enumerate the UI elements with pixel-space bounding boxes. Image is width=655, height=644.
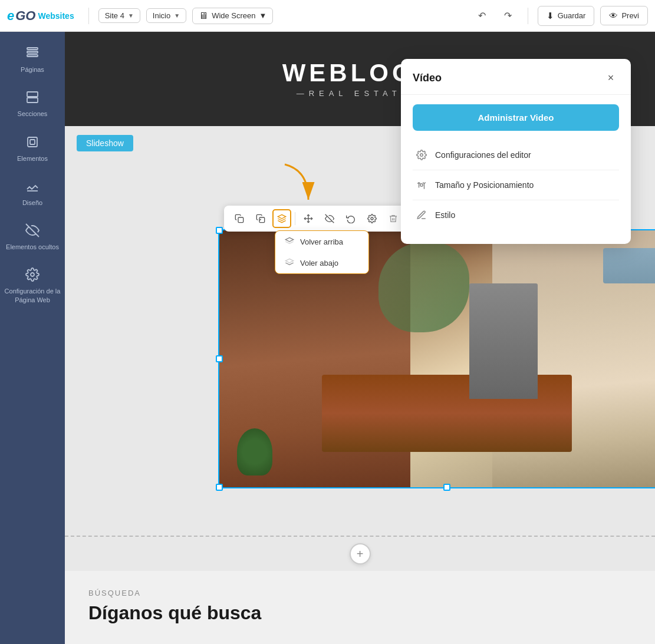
sidebar-item-secciones[interactable]: Secciones bbox=[0, 82, 65, 126]
hidden-elements-icon bbox=[25, 223, 40, 239]
sidebar-item-configuracion[interactable]: Configuración de la Página Web bbox=[0, 259, 65, 312]
resize-icon bbox=[415, 179, 428, 191]
volver-arriba-item[interactable]: Volver arriba bbox=[275, 231, 368, 252]
sidebar-label-elementos: Elementos bbox=[17, 154, 48, 163]
svg-rect-4 bbox=[27, 98, 38, 103]
chair-element bbox=[469, 283, 538, 399]
hide-button[interactable] bbox=[320, 209, 339, 228]
redo-element-button[interactable] bbox=[341, 209, 360, 228]
search-section: BÚSQUEDA Díganos qué busca bbox=[65, 571, 655, 644]
pages-icon bbox=[25, 46, 40, 62]
move-button[interactable] bbox=[299, 209, 318, 228]
panel-menu-configuraciones[interactable]: Configuraciones del editor bbox=[413, 140, 619, 170]
handle-top-left[interactable] bbox=[216, 227, 223, 234]
room-pool bbox=[603, 248, 655, 283]
handle-bottom-left[interactable] bbox=[216, 484, 223, 491]
site-select-label: Site 4 bbox=[105, 11, 124, 20]
page-select-chevron: ▼ bbox=[174, 12, 180, 19]
elements-icon bbox=[25, 135, 40, 151]
svg-rect-5 bbox=[28, 137, 37, 147]
svg-rect-6 bbox=[30, 140, 35, 144]
download-icon: ⬇ bbox=[547, 11, 554, 21]
copy-style-button[interactable] bbox=[251, 209, 270, 228]
voler-abajo-label: Voler abajo bbox=[300, 259, 338, 267]
copy-button[interactable] bbox=[230, 209, 249, 228]
video-panel-body: Administrar Video Configuraciones del ed… bbox=[401, 95, 631, 244]
sidebar-item-elementos[interactable]: Elementos bbox=[0, 127, 65, 171]
video-panel-close-button[interactable]: × bbox=[603, 70, 619, 86]
layers-button[interactable] bbox=[272, 209, 291, 228]
sidebar-label-configuracion: Configuración de la Página Web bbox=[0, 287, 65, 304]
svg-rect-2 bbox=[27, 55, 38, 57]
sidebar-item-paginas[interactable]: Páginas bbox=[0, 38, 65, 82]
topbar-divider-2 bbox=[528, 8, 528, 24]
video-panel: Vídeo × Administrar Video Configuracione… bbox=[401, 59, 631, 244]
gear-icon bbox=[415, 148, 428, 161]
svg-rect-3 bbox=[27, 92, 38, 97]
panel-menu-tamano[interactable]: Tamaño y Posicionamiento bbox=[413, 170, 619, 200]
sidebar-label-secciones: Secciones bbox=[18, 110, 48, 118]
screen-select-label: Wide Screen bbox=[212, 11, 255, 20]
settings-button[interactable] bbox=[363, 209, 381, 228]
config-icon bbox=[25, 267, 40, 283]
screen-chevron: ▼ bbox=[259, 11, 267, 20]
sidebar-item-elementos-ocultos[interactable]: Elementos ocultos bbox=[0, 215, 65, 259]
layer-down-icon bbox=[285, 258, 294, 267]
svg-point-20 bbox=[420, 154, 423, 157]
search-label: BÚSQUEDA bbox=[88, 589, 631, 597]
logo: eGO Websites bbox=[7, 8, 74, 24]
sidebar-label-diseno: Diseño bbox=[22, 199, 42, 207]
pencil-icon bbox=[415, 209, 428, 222]
volver-arriba-label: Volver arriba bbox=[300, 237, 343, 246]
layers-dropdown: Volver arriba Voler abajo bbox=[275, 230, 369, 274]
sidebar: Páginas Secciones Elementos Diseño Eleme… bbox=[0, 32, 65, 644]
add-section-button[interactable]: + bbox=[350, 543, 371, 564]
guardar-label: Guardar bbox=[558, 11, 586, 20]
preview-button[interactable]: 👁 Previ bbox=[600, 6, 648, 25]
redo-button[interactable]: ↷ bbox=[498, 6, 518, 26]
plus-icon: + bbox=[357, 547, 364, 561]
topbar-divider-1 bbox=[88, 8, 89, 24]
previ-label: Previ bbox=[621, 11, 639, 20]
undo-button[interactable]: ↶ bbox=[472, 6, 492, 26]
search-heading: Díganos qué busca bbox=[88, 602, 631, 624]
screen-select[interactable]: 🖥 Wide Screen ▼ bbox=[192, 8, 273, 24]
svg-marker-19 bbox=[285, 259, 293, 263]
admin-video-button[interactable]: Administrar Video bbox=[413, 104, 619, 131]
page-select[interactable]: Inicio ▼ bbox=[146, 8, 186, 23]
svg-rect-10 bbox=[238, 217, 243, 223]
svg-point-21 bbox=[420, 184, 423, 187]
logo-websites: Websites bbox=[38, 11, 74, 21]
voler-abajo-item[interactable]: Voler abajo bbox=[275, 252, 368, 273]
configuraciones-label: Configuraciones del editor bbox=[435, 150, 531, 160]
delete-button[interactable] bbox=[384, 209, 403, 228]
svg-rect-0 bbox=[27, 48, 38, 49]
plant-top bbox=[378, 242, 469, 332]
video-panel-title: Vídeo bbox=[413, 72, 442, 84]
panel-menu-estilo[interactable]: Estilo bbox=[413, 200, 619, 230]
logo-go: GO bbox=[15, 8, 35, 24]
eye-icon: 👁 bbox=[609, 11, 618, 21]
page-select-label: Inicio bbox=[153, 11, 170, 20]
sidebar-label-ocultos: Elementos ocultos bbox=[6, 243, 59, 251]
layer-up-icon bbox=[285, 237, 294, 246]
logo-e: e bbox=[7, 8, 14, 24]
sections-icon bbox=[25, 90, 40, 106]
handle-middle-left[interactable] bbox=[216, 355, 223, 362]
slideshow-badge[interactable]: Slideshow bbox=[77, 135, 133, 151]
site-select-chevron: ▼ bbox=[128, 12, 134, 19]
element-toolbar bbox=[224, 206, 409, 232]
tamano-label: Tamaño y Posicionamiento bbox=[435, 180, 534, 190]
monitor-icon: 🖥 bbox=[199, 11, 208, 21]
svg-marker-18 bbox=[285, 237, 293, 242]
svg-rect-1 bbox=[27, 51, 38, 53]
guardar-button[interactable]: ⬇ Guardar bbox=[538, 6, 595, 26]
sidebar-item-diseno[interactable]: Diseño bbox=[0, 171, 65, 215]
design-icon bbox=[25, 179, 40, 195]
handle-bottom-center[interactable] bbox=[443, 484, 450, 491]
video-panel-header: Vídeo × bbox=[401, 59, 631, 95]
site-select[interactable]: Site 4 ▼ bbox=[98, 8, 140, 23]
arrow-annotation bbox=[276, 158, 329, 212]
estilo-label: Estilo bbox=[435, 210, 455, 220]
room-plant bbox=[237, 428, 272, 475]
